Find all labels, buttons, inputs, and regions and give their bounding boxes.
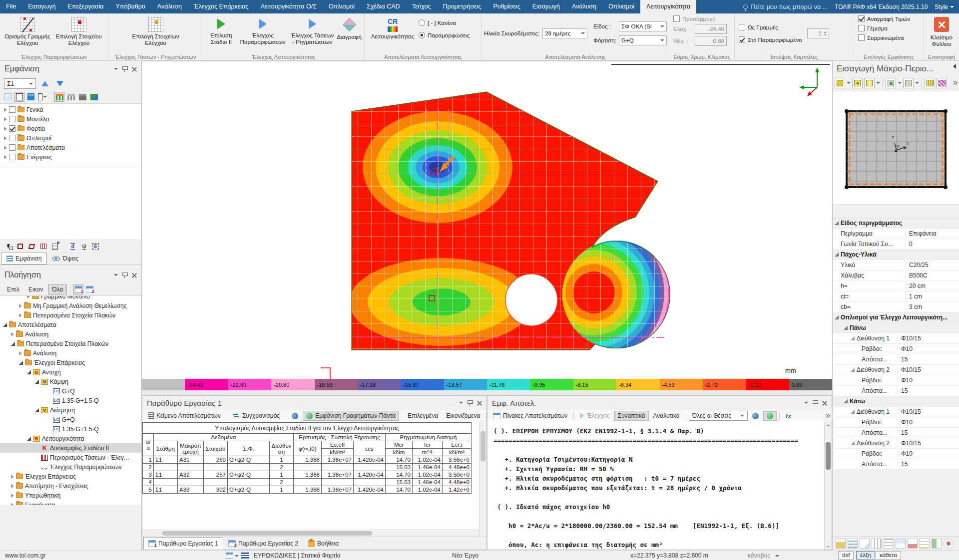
menu-sxedia-cad[interactable]: Σχέδια CAD	[361, 0, 406, 13]
more-icon[interactable]	[825, 413, 830, 418]
as-lines-checkbox[interactable]: Ως Γραμμές	[739, 24, 802, 30]
tab-views[interactable]: Όψεις	[47, 253, 84, 265]
table-row[interactable]: 5Σ1A33302G+ψ2·Q11.3881.38e+071.420e-0414…	[143, 486, 472, 494]
select-check-element-button[interactable]: Επιλογή Στοιχείου Ελέγχου	[53, 15, 105, 46]
note-tool-icon[interactable]	[920, 539, 930, 549]
stepper-down-icon[interactable]	[824, 34, 827, 35]
nav-tree-item[interactable]: Αποτίμηση - Ενισχύσεις	[0, 481, 141, 491]
level-combo[interactable]: Σ1	[4, 78, 36, 89]
panel-menu-icon[interactable]	[459, 402, 463, 404]
hatch-region-button[interactable]	[835, 78, 845, 88]
display-tree-item[interactable]: Οπλισμοί	[0, 133, 141, 143]
snap-toggle-button[interactable]: έλξη	[856, 551, 875, 560]
property-row[interactable]: Απόστα...15	[833, 459, 959, 470]
expand-icon[interactable]	[4, 117, 7, 121]
menu-elegxos-eparkeias[interactable]: Έλεγχος Επάρκειας	[188, 0, 255, 13]
level-up-button[interactable]	[39, 78, 51, 89]
display-tree-item[interactable]: Αποτελέσματα	[0, 143, 141, 152]
nav-tree-item[interactable]: Μη Γραμμική Ανάλυση Θεμελίωσης	[0, 301, 141, 310]
nav-tree-item[interactable]: Έλεγχος Παραμορφώσεων	[0, 462, 141, 472]
solve-stage2-button[interactable]: Επίλυση Στάδιο II	[205, 15, 237, 45]
nav-tree-item[interactable]: Ανάλυση	[0, 348, 141, 358]
menu-prometriseis[interactable]: Προμετρήσεις	[437, 0, 487, 13]
mesh-tool-icon[interactable]	[884, 539, 894, 549]
level-down-button[interactable]	[54, 78, 66, 89]
property-row[interactable]: h=20 cm	[833, 281, 959, 291]
nav-tree-item[interactable]: MΚάμψη	[0, 377, 141, 386]
blue-sphere-button[interactable]	[749, 411, 762, 421]
min-value-field[interactable]: -24.40	[695, 24, 727, 34]
menu-epexergasia[interactable]: Επεξεργασία	[61, 0, 109, 13]
panel-menu-icon[interactable]	[114, 274, 118, 276]
shown-button[interactable]: Εικονιζόμενα	[443, 411, 483, 421]
collapse-icon[interactable]	[35, 380, 39, 384]
menu-eisagogi[interactable]: Εισαγωγή	[22, 0, 61, 13]
expand-icon[interactable]	[11, 484, 14, 488]
pin-icon[interactable]	[813, 400, 817, 406]
menu-oplismoi-2[interactable]: Οπλισμοί	[602, 0, 640, 13]
results-text-area[interactable]: ( ). ΕΠΙΡΡΟΗ ΕΡΠΥΣΜΟΥ (ΕΚ2 EN1992-1-1, §…	[487, 422, 824, 550]
show-values-checkbox[interactable]: Αναγραφή Τιμών	[858, 15, 910, 22]
dxf-toggle-button[interactable]: dxf	[838, 551, 854, 560]
display-tree-item[interactable]: Φορτία	[0, 124, 141, 133]
nav-tree-item[interactable]: LC1.35·G+1.5·Q	[0, 424, 141, 434]
max-value-field[interactable]: 0.88	[695, 36, 727, 46]
more-icon[interactable]	[952, 80, 957, 85]
checkbox-icon[interactable]	[9, 106, 15, 113]
nav-tree-item[interactable]: Γραμμικό Μοντέλο	[0, 295, 141, 301]
checkbox-icon[interactable]	[9, 144, 15, 151]
expand-icon[interactable]	[4, 127, 7, 131]
collapse-icon[interactable]	[19, 361, 23, 365]
dimension-tool-icon[interactable]: d	[68, 242, 77, 251]
delete-button[interactable]: Διαγραφή	[336, 15, 362, 40]
add-select-tool-icon[interactable]	[4, 242, 13, 251]
nav-tree-item[interactable]: Υπερωθητική	[0, 491, 141, 500]
sync-button[interactable]: Συγχρονισμός	[229, 411, 283, 421]
sheet-tool-icon[interactable]	[860, 539, 870, 549]
expand-icon[interactable]	[4, 108, 7, 112]
chevron-down-icon[interactable]	[847, 82, 851, 84]
table-horizontal-scrollbar[interactable]	[142, 530, 479, 537]
nav-tree-item[interactable]: Πεπερασμένα Στοιχεία Πλακών	[0, 339, 141, 348]
table-select-icon[interactable]	[226, 553, 233, 559]
menu-rythmiseis[interactable]: Ρυθμίσεις	[487, 0, 526, 13]
property-row[interactable]: Γωνία Τοπικού Συ...0	[833, 239, 959, 250]
nav-tree-item-selected[interactable]: KΔυσκαμψίες Σταδίου II	[0, 443, 141, 453]
tab-display[interactable]: Εμφάνιση	[1, 253, 47, 265]
point-region-button[interactable]	[852, 78, 863, 88]
property-row[interactable]: Διεύθυνση 1Φ10/15	[833, 333, 959, 344]
stepper-up-icon[interactable]	[824, 31, 827, 33]
chart-tool-icon[interactable]	[908, 539, 918, 549]
tab-work-window-1[interactable]: 1Παράθυρο Εργασίας 1	[143, 537, 223, 550]
hole-button[interactable]	[903, 78, 914, 88]
chevron-down-icon[interactable]	[235, 555, 239, 557]
pin-icon[interactable]	[122, 273, 127, 278]
property-row[interactable]: Διεύθυνση 1Φ10/15	[833, 407, 959, 417]
collapse-icon[interactable]	[27, 437, 31, 441]
layers-tool-icon[interactable]	[848, 539, 858, 549]
chevron-down-icon[interactable]	[876, 82, 880, 84]
expand-icon[interactable]	[11, 494, 14, 498]
check-deformations-button[interactable]: Έλεγχος Παραμορφώσεων	[237, 15, 289, 45]
close-icon[interactable]	[131, 273, 137, 278]
contour-count-stepper[interactable]: 1	[807, 28, 829, 38]
chevron-down-icon[interactable]	[915, 82, 919, 84]
menu-analysi[interactable]: Ανάλυση	[151, 0, 188, 13]
define-check-line-button[interactable]: Ορισμός Γραμμής Ελέγχου	[2, 15, 53, 46]
chevron-down-icon[interactable]	[775, 555, 779, 557]
menu-ypovathro[interactable]: Υπόβαθρο	[109, 0, 151, 13]
nav-tab-all[interactable]: Όλα	[48, 284, 67, 294]
select-rect-tool-icon[interactable]	[15, 242, 25, 251]
checkbox-icon[interactable]	[9, 154, 15, 160]
checkbox-icon[interactable]	[9, 125, 15, 132]
expand-icon[interactable]	[27, 295, 30, 298]
on-deformed-checkbox[interactable]: Στο Παραμορφωμένο	[739, 36, 802, 43]
selected-button[interactable]: Επιλεγμένα	[404, 411, 442, 421]
nav-tab-selected[interactable]: Επιλ	[3, 284, 23, 294]
nav-tab-shown[interactable]: Εικον	[24, 284, 47, 294]
wireframe-view-button[interactable]	[3, 92, 13, 102]
expand-icon[interactable]	[19, 304, 22, 308]
grid-tool-icon[interactable]	[872, 539, 882, 549]
always-show-graphs-button[interactable]: Εμφάνιση Γραφημάτων Πάντα	[303, 411, 399, 421]
collapse-panel-icon[interactable]	[953, 64, 956, 69]
